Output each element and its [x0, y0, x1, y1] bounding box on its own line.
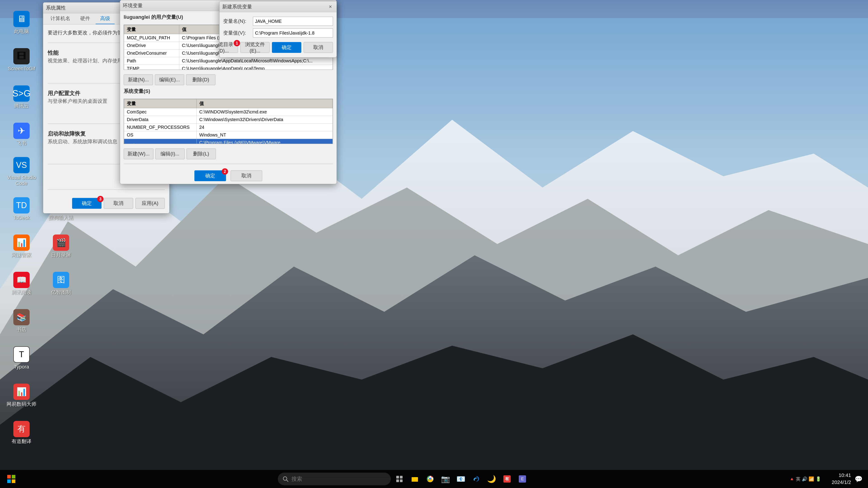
- sys-var-row-path[interactable]: Path C:\Program Files (x86)\VMware\VMwar…: [124, 139, 333, 144]
- desktop-icon-cishuma[interactable]: 🖥 此电脑: [2, 4, 41, 41]
- var-value-input[interactable]: [253, 29, 333, 37]
- user-var-name-moz: MOZ_PLUGIN_PATH: [124, 34, 179, 42]
- desktop-icon-shudian[interactable]: 📚 书店: [2, 303, 41, 339]
- sys-var-name-os: OS: [124, 131, 197, 139]
- new-sys-var-browse-btns: 浏览目录(D)... 1 浏览文件(E)... 确定 取消: [223, 42, 333, 53]
- col-var-name: 变量: [124, 25, 179, 34]
- desktop-icon-luyinglu[interactable]: 🎬 日月录屏: [42, 228, 80, 264]
- sys-var-val-dd: C:\Windows\System32\Drivers\DriverData: [196, 116, 333, 124]
- system-properties-title: 系统属性: [46, 4, 66, 11]
- desktop-icon-wysdms[interactable]: 📊 网易数码大师: [2, 377, 41, 414]
- taskbar-arc[interactable]: 🌙: [485, 472, 498, 486]
- sys-var-row-driverdata[interactable]: DriverData C:\Windows\System32\Drivers\D…: [124, 116, 333, 124]
- sys-var-row-comspec[interactable]: ComSpec C:\WINDOWS\system32\cmd.exe: [124, 108, 333, 116]
- user-var-name-odc: OneDriveConsumer: [124, 50, 179, 57]
- sys-var-name-comspec: ComSpec: [124, 108, 197, 116]
- start-button[interactable]: [4, 472, 18, 486]
- new-sys-var-window-controls: ✕: [327, 3, 334, 10]
- var-name-row: 变量名(N):: [223, 17, 333, 26]
- search-input[interactable]: [291, 476, 386, 482]
- sys-tray: 🔺 英 🔊 📶 🔋: [789, 476, 821, 482]
- cancel-button[interactable]: 取消: [104, 198, 133, 209]
- desktop-icon-feishu[interactable]: ✈ 飞书: [2, 116, 41, 153]
- env-cancel-button[interactable]: 取消: [230, 170, 262, 181]
- sys-edit-button[interactable]: 编辑(I)...: [155, 149, 185, 159]
- env-vars-title: 环境变量: [123, 2, 143, 9]
- svg-line-10: [286, 480, 288, 482]
- chrome-icon: [427, 475, 434, 483]
- new-sys-var-close-button[interactable]: ✕: [327, 3, 334, 10]
- svg-point-18: [429, 478, 431, 480]
- desktop-icon-wangjia[interactable]: 📊 网速管家: [2, 228, 41, 264]
- system-clock: 10:41 2024/1/2: [824, 472, 851, 486]
- desktop-icon-vscode[interactable]: VS Visual Studio Code: [2, 154, 41, 190]
- taskbar-youdao-taskbar[interactable]: 有: [500, 472, 514, 486]
- desktop-icon-txcloud[interactable]: S>G 腾讯云: [2, 79, 41, 115]
- col-sys-var-name: 变量: [124, 99, 197, 108]
- svg-rect-12: [400, 476, 403, 479]
- user-var-val-path: C:\Users\liuguangle\AppData\Local\Micros…: [179, 57, 333, 65]
- sys-delete-button[interactable]: 删除(L): [186, 149, 216, 159]
- var-name-input[interactable]: [253, 17, 333, 26]
- user-var-name-path: Path: [124, 57, 179, 65]
- taskbar-chrome[interactable]: [423, 472, 437, 486]
- new-var-ok-button[interactable]: 确定: [272, 42, 301, 53]
- user-var-row-temp[interactable]: TEMP C:\Users\liuguangle\AppData\Local\T…: [124, 65, 333, 70]
- taskbar-mail[interactable]: 📧: [454, 472, 468, 486]
- taskbar-everything[interactable]: E: [516, 472, 529, 486]
- task-view-icon: [396, 475, 403, 483]
- taskbar-camera[interactable]: 📷: [439, 472, 452, 486]
- tab-computer-name[interactable]: 计算机名: [46, 13, 75, 24]
- svg-rect-11: [396, 476, 399, 479]
- desktop-icon-txread[interactable]: 📖 腾讯阅读: [2, 265, 41, 302]
- taskbar-center: 📷 📧 🌙 有 E: [278, 472, 529, 486]
- desktop-icon-typora[interactable]: T Typora: [2, 340, 41, 376]
- desktop-icon-screentogif[interactable]: 🎞 ScreenToGif: [2, 42, 41, 78]
- sys-var-row-numproc[interactable]: NUMBER_OF_PROCESSORS 24: [124, 124, 333, 131]
- clock-time: 10:41: [824, 472, 851, 479]
- browse-dir-button[interactable]: 浏览目录(D)... 1: [219, 42, 238, 53]
- taskbar-taskview[interactable]: [393, 472, 406, 486]
- new-var-cancel-button[interactable]: 取消: [304, 42, 333, 53]
- sys-vars-table: 变量 值 ComSpec C:\WINDOWS\system32\cmd.exe…: [124, 99, 333, 144]
- browse-dir-badge: 1: [234, 40, 240, 46]
- browse-file-button[interactable]: 浏览文件(E)...: [240, 42, 270, 53]
- new-sys-var-titlebar[interactable]: 新建系统变量 ✕: [219, 1, 337, 12]
- ok-button[interactable]: 确定 3: [72, 198, 101, 209]
- tab-advanced[interactable]: 高级: [96, 13, 115, 24]
- sys-var-row-os[interactable]: OS Windows_NT: [124, 131, 333, 139]
- desktop-icon-yizhitu[interactable]: 图 亿智图制: [42, 265, 80, 302]
- tab-hardware[interactable]: 硬件: [76, 13, 95, 24]
- sys-var-name-path: Path: [124, 139, 197, 144]
- user-var-row-path[interactable]: Path C:\Users\liuguangle\AppData\Local\M…: [124, 57, 333, 65]
- sys-vars-table-container[interactable]: 变量 值 ComSpec C:\WINDOWS\system32\cmd.exe…: [124, 99, 333, 144]
- svg-rect-8: [12, 480, 16, 483]
- desktop-icon-cishuma-label: 此电脑: [14, 29, 29, 34]
- svg-rect-5: [7, 475, 11, 479]
- user-new-button[interactable]: 新建(N)...: [124, 74, 153, 85]
- tray-icons: 🔺 英 🔊 📶 🔋: [789, 476, 821, 482]
- ok-badge: 3: [97, 196, 103, 202]
- desktop-icon-youdao[interactable]: 有 有道翻译: [2, 415, 41, 451]
- sys-var-val-np: 24: [196, 124, 333, 131]
- var-name-label: 变量名(N):: [223, 18, 250, 25]
- desktop-icon-todesk[interactable]: TD ToDesk: [2, 191, 41, 227]
- col-sys-var-value: 值: [196, 99, 333, 108]
- taskbar-edge[interactable]: [469, 472, 483, 486]
- sys-new-button[interactable]: 新建(W)...: [124, 149, 153, 159]
- env-ok-button[interactable]: 确定 2: [194, 170, 226, 181]
- user-var-name-temp: TEMP: [124, 65, 179, 70]
- search-bar[interactable]: [278, 473, 391, 485]
- apply-button[interactable]: 应用(A): [135, 198, 165, 209]
- taskbar-right: 🔺 英 🔊 📶 🔋 10:41 2024/1/2 💬: [789, 472, 864, 486]
- var-value-row: 变量值(V):: [223, 29, 333, 37]
- search-icon: [282, 476, 289, 482]
- sys-vars-buttons: 新建(W)... 编辑(I)... 删除(L): [124, 149, 333, 159]
- user-edit-button[interactable]: 编辑(E)...: [155, 74, 184, 85]
- edge-icon: [473, 475, 480, 483]
- user-delete-button[interactable]: 删除(D): [186, 74, 215, 85]
- taskbar-left: [4, 472, 18, 486]
- taskbar-file-explorer[interactable]: [408, 472, 422, 486]
- clock-date: 2024/1/2: [824, 479, 851, 486]
- notification-button[interactable]: 💬: [854, 475, 864, 484]
